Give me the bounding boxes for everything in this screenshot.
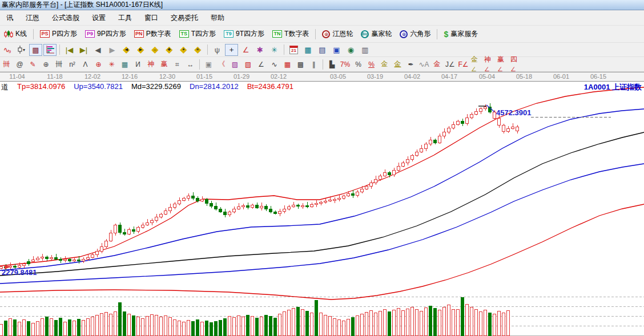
histogram-tool-icon[interactable] xyxy=(43,44,57,56)
9p-square-button[interactable]: P99P四方形 xyxy=(81,27,130,41)
rect-handles-icon[interactable]: ▣ xyxy=(203,58,215,70)
notes-icon[interactable]: ▤ xyxy=(316,44,329,56)
menu-item-7[interactable]: 帮助 xyxy=(204,10,231,25)
p-number-table-button-label: P数字表 xyxy=(146,29,171,39)
indicator-value: Up=3540.7821 xyxy=(74,82,123,92)
shen-angle-icon[interactable]: 神∠ xyxy=(484,58,496,70)
menu-item-6[interactable]: 交易委托 xyxy=(164,10,204,25)
kline-chart[interactable]: 4572.39012279.8481 xyxy=(0,82,644,336)
zigzag-chart-icon[interactable]: ∿9 xyxy=(1,44,14,56)
pen-tool-icon[interactable]: ✎ xyxy=(27,58,39,70)
pattern-tool-icon[interactable]: ▩ xyxy=(29,44,42,56)
stats-bars-icon[interactable]: ▙ xyxy=(326,58,338,70)
t-number-table-button-icon: TN xyxy=(272,30,282,38)
gann-tool-purple-icon[interactable]: ✱ xyxy=(253,44,267,56)
go-last-icon[interactable]: ▶| xyxy=(77,44,90,56)
gann-tool-teal-icon[interactable]: ✳ xyxy=(268,44,281,56)
percent-slash-icon[interactable]: 7% xyxy=(339,58,351,70)
volume-bar xyxy=(370,310,373,335)
gold-lines-icon[interactable]: 金 xyxy=(392,58,404,70)
menu-item-3[interactable]: 设置 xyxy=(86,10,112,25)
candle-body xyxy=(402,163,405,166)
candle-body xyxy=(375,179,377,183)
wave-mark-icon[interactable]: И xyxy=(132,58,144,70)
save-icon[interactable]: ▣ xyxy=(330,44,343,56)
t-number-table-button[interactable]: TNT数字表 xyxy=(268,27,313,41)
fan-lines-icon[interactable]: 《 xyxy=(216,58,228,70)
percent-icon[interactable]: % xyxy=(352,58,364,70)
indicator-value: Bt=2436.4791 xyxy=(247,82,293,92)
ying-box-icon[interactable]: 赢 xyxy=(158,58,170,70)
candle-body xyxy=(493,112,496,118)
volume-bar xyxy=(260,317,263,335)
web-export-icon[interactable]: ◉ xyxy=(344,44,357,56)
step-back-icon[interactable]: ◀ xyxy=(91,44,104,56)
pan-right-diamond-icon[interactable]: ◆▶ xyxy=(134,44,147,56)
fan-box-purple-icon[interactable]: ▨ xyxy=(229,58,241,70)
menu-item-1[interactable]: 江恩 xyxy=(19,10,46,25)
angle-lines-icon[interactable]: Λ xyxy=(79,58,91,70)
parallel-lines-icon[interactable]: ∥ xyxy=(308,58,320,70)
grid-target-icon[interactable]: ▩ xyxy=(295,58,307,70)
toolbar-main: K线PSP四方形P99P四方形PNP数字表TST四方形T99T四方形TNT数字表… xyxy=(0,26,644,43)
fan-box-red-icon[interactable]: ▧ xyxy=(242,58,254,70)
brush-pole-icon[interactable]: ✒ xyxy=(405,58,417,70)
go-first-icon[interactable]: |◀ xyxy=(63,44,76,56)
gold-circle-icon[interactable]: 金 xyxy=(379,58,391,70)
four-angle-icon[interactable]: 四∠ xyxy=(510,58,522,70)
9t-square-button[interactable]: T99T四方形 xyxy=(220,27,268,41)
menu-item-2[interactable]: 公式选股 xyxy=(46,10,86,25)
tick-marks-plus-icon[interactable]: 卌 xyxy=(1,58,13,70)
angle-measure-icon[interactable]: ∠ xyxy=(239,44,252,56)
expand-horizontal-diamond-icon[interactable]: ◆↔ xyxy=(148,44,162,56)
t-square-button[interactable]: TST四方形 xyxy=(175,27,220,41)
candle-body xyxy=(498,118,501,125)
percent-line-icon[interactable]: % xyxy=(365,58,377,70)
ying-angle-icon[interactable]: 赢∠ xyxy=(497,58,509,70)
winner-wheel-button[interactable]: Big赢家轮 xyxy=(357,27,396,41)
grid-123-icon[interactable]: ⌗ xyxy=(171,58,183,70)
spiral-icon[interactable]: @ xyxy=(14,58,26,70)
volume-bar xyxy=(406,309,409,335)
menu-item-0[interactable]: 讯 xyxy=(0,10,19,25)
wave-a-icon[interactable]: ∿A xyxy=(418,58,430,70)
chart-area[interactable]: 4572.39012279.8481 道Tp=3814.0976Up=3540.… xyxy=(0,82,644,336)
circle-ticks-icon[interactable]: ⊕ xyxy=(40,58,52,70)
wave-check-icon[interactable]: ∿ xyxy=(268,58,280,70)
width-arrow-icon[interactable]: ↔ xyxy=(184,58,196,70)
j-angle-icon[interactable]: J∠ xyxy=(444,58,456,70)
radial-star-icon[interactable]: ✳ xyxy=(106,58,118,70)
candle-body xyxy=(32,260,35,261)
p-number-table-button[interactable]: PNP数字表 xyxy=(130,27,175,41)
title-bar[interactable]: 赢家内部服务平台] - [上证指数 SH1A0001-167日K线] xyxy=(0,0,644,10)
angle-fan-icon[interactable]: ∠ xyxy=(255,58,267,70)
hand-pan-icon[interactable]: ψ xyxy=(211,44,224,56)
winner-service-button[interactable]: $赢家服务 xyxy=(440,27,482,41)
gold-red-icon[interactable]: 金 xyxy=(431,58,443,70)
radial-grid-icon[interactable]: ▦ xyxy=(119,58,131,70)
zoom-out-diamond-icon[interactable]: ◆✚ xyxy=(163,44,176,56)
n-squared-icon[interactable]: n² xyxy=(66,58,78,70)
candle-body xyxy=(46,257,49,258)
step-forward-icon[interactable]: ▶ xyxy=(106,44,119,56)
kline-button[interactable]: K线 xyxy=(0,27,31,41)
fit-view-diamond-icon[interactable]: ◆✳ xyxy=(191,44,204,56)
calculator-icon[interactable]: ▦ xyxy=(301,44,315,56)
tick-marks-icon[interactable]: 卌 xyxy=(53,58,65,70)
gann-wheel-button[interactable]: ◎江恩轮 xyxy=(318,27,357,41)
candle-style-dropdown[interactable]: ▾ xyxy=(15,44,28,56)
gold-angle-icon[interactable]: 金∠ xyxy=(470,58,482,70)
red-crosshair-circle-icon[interactable]: ⊕ xyxy=(92,58,104,70)
menu-item-5[interactable]: 窗口 xyxy=(138,10,164,25)
shen-ticks-icon[interactable]: 神 xyxy=(145,58,157,70)
zoom-in-diamond-icon[interactable]: ◆✦ xyxy=(177,44,190,56)
print-icon[interactable]: ▥ xyxy=(359,44,372,56)
calendar-icon[interactable]: 21 xyxy=(287,44,300,56)
pan-left-diamond-icon[interactable]: ◆◀ xyxy=(120,44,133,56)
hexagon-button[interactable]: ◎六角形 xyxy=(396,27,434,41)
f-angle-icon[interactable]: F∠ xyxy=(457,58,469,70)
menu-item-4[interactable]: 工具 xyxy=(112,10,138,25)
crosshair-icon[interactable]: ＋ xyxy=(225,44,238,56)
grid-target-red-icon[interactable]: ▦ xyxy=(281,58,293,70)
p-square-button[interactable]: PSP四方形 xyxy=(36,27,81,41)
